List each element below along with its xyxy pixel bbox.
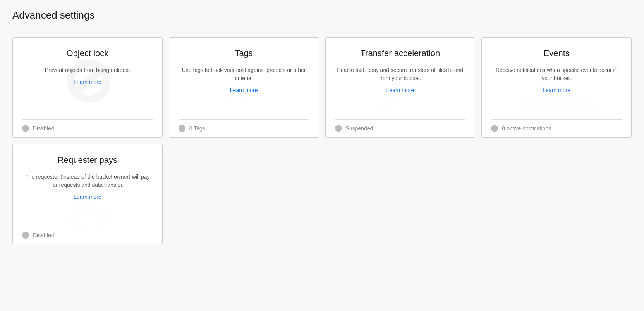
- card-tags: # Tags Use tags to track your cost again…: [169, 37, 319, 138]
- empty-slot-1: [169, 144, 319, 244]
- tags-title: Tags: [235, 48, 252, 58]
- object-lock-learn-more[interactable]: Learn more: [74, 79, 101, 85]
- transfer-status-dot: [335, 125, 342, 132]
- card-events: 🔔 Events Receive notifications when spec…: [481, 37, 632, 138]
- object-lock-description: Prevent objects from being deleted.: [45, 66, 130, 74]
- page-title: Advanced settings: [12, 9, 632, 21]
- object-lock-status-dot: [22, 125, 29, 132]
- tags-footer: 0 Tags: [179, 119, 309, 137]
- object-lock-status-label: Disabled: [33, 125, 54, 132]
- events-status-label: 0 Active notifications: [502, 125, 551, 132]
- requester-pays-description: The requester (instead of the bucket own…: [22, 173, 153, 189]
- events-status-dot: [491, 125, 498, 132]
- cards-row-1: ⊘ Object lock Prevent objects from being…: [12, 37, 632, 138]
- cards-row-2: g Requester pays The requester (instead …: [12, 144, 632, 244]
- tags-status-dot: [179, 125, 185, 132]
- requester-pays-footer: Disabled: [22, 226, 153, 244]
- tags-learn-more[interactable]: Learn more: [230, 87, 258, 93]
- events-learn-more[interactable]: Learn more: [543, 87, 570, 93]
- object-lock-footer: Disabled: [22, 119, 153, 137]
- title-divider: [12, 26, 632, 26]
- transfer-status-label: Suspended: [346, 125, 373, 132]
- card-transfer-acceleration: ⚡ Transfer acceleration Enable fast, eas…: [325, 37, 476, 138]
- transfer-footer: Suspended: [335, 119, 466, 137]
- requester-pays-title: Requester pays: [58, 155, 117, 165]
- requester-pays-status-dot: [22, 232, 29, 239]
- requester-pays-learn-more[interactable]: Learn more: [74, 194, 101, 200]
- transfer-title: Transfer acceleration: [360, 48, 440, 58]
- empty-slot-2: [325, 144, 476, 244]
- empty-slot-3: [481, 144, 632, 244]
- events-footer: 0 Active notifications: [491, 119, 622, 137]
- events-description: Receive notifications when specific even…: [491, 66, 622, 82]
- object-lock-title: Object lock: [66, 48, 108, 58]
- card-requester-pays: g Requester pays The requester (instead …: [12, 144, 163, 244]
- events-title: Events: [543, 48, 569, 58]
- transfer-description: Enable fast, easy and secure transfers o…: [335, 66, 466, 82]
- transfer-learn-more[interactable]: Learn more: [386, 87, 414, 93]
- card-object-lock: ⊘ Object lock Prevent objects from being…: [12, 37, 163, 138]
- tags-description: Use tags to track your cost against proj…: [179, 66, 309, 82]
- tags-status-label: 0 Tags: [189, 125, 205, 132]
- requester-pays-status-label: Disabled: [33, 232, 54, 238]
